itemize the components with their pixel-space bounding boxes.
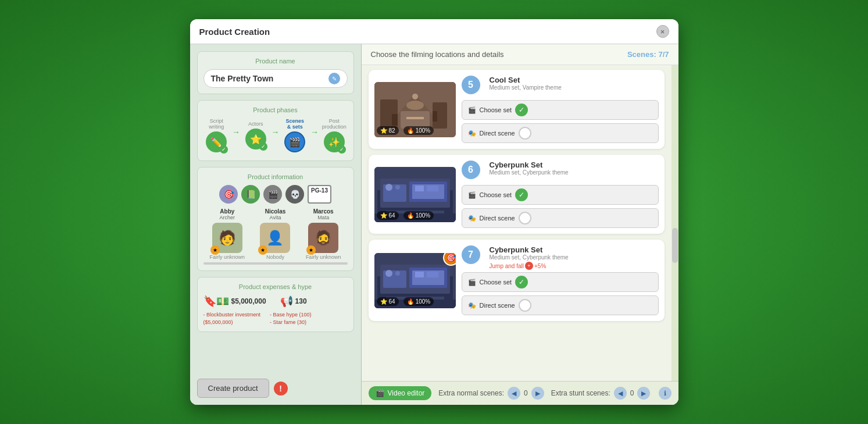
scene-5-header: 5 Cool Set Medium set, Vampire theme [462,76,659,97]
scenes-list: ⭐ 82 🔥 100% 5 Cool Set Medium set, Vampi [362,65,671,381]
scene-5-choose-btn[interactable]: 🎬 Choose set ✓ [462,100,659,120]
phase-script: Scriptwriting ✏️ ✓ [203,118,230,152]
info-icons-row: 🎯 📗 🎬 💀 PG-13 [203,185,348,204]
scene-7-direct-btn[interactable]: 🎭 Direct scene [462,295,659,315]
product-name-input[interactable]: The Pretty Town ✎ [203,69,348,88]
scene-5-name: Cool Set [490,76,562,84]
camera-icon: 🎬 [263,185,282,204]
scene-6-choose-btn[interactable]: 🎬 Choose set ✓ [462,185,659,205]
actor-marcos-avatar: 🧔 ★ [308,223,338,253]
actor-nicolas-badge: ★ [258,245,267,255]
warning-icon: ! [274,382,288,396]
phase-actors: Actors ⭐ ✓ [242,121,269,149]
cost-group: 🔖💵 $5,000,000 [203,295,266,308]
extra-normal-next-btn[interactable]: ▶ [531,387,544,400]
direct-icon-5: 🎭 [468,130,476,137]
scene-6-stars: ⭐ 64 [377,211,399,220]
edit-icon[interactable]: ✎ [328,73,340,84]
product-info-section: Product information 🎯 📗 🎬 💀 PG-13 Abby A… [197,167,354,271]
left-panel: Product name The Pretty Town ✎ Product p… [190,44,362,405]
actor-card-nicolas: Nicolas Avita 👤 ★ Nobody [253,208,297,260]
svg-rect-6 [406,117,424,119]
scene-5-desc: Medium set, Vampire theme [490,84,562,91]
scene-6-stats: ⭐ 64 🔥 100% [377,211,434,220]
phase-actors-label: Actors [248,121,263,127]
scene-6-choose-toggle[interactable]: ✓ [515,188,528,201]
extra-normal-label: Extra normal scenes: [438,389,504,397]
scene-7-actions: 🎬 Choose set ✓ 🎭 Direct scene [462,272,659,315]
actor-marcos-fame: Fairly unknown [306,254,341,260]
scenes-scrollbar-track[interactable] [671,65,678,381]
skull-icon: 💀 [285,185,304,204]
svg-rect-17 [427,186,438,191]
phases-row: Scriptwriting ✏️ ✓ → Actors ⭐ ✓ [203,118,348,152]
phase-scenes: Scenes& sets 🎬 [282,118,309,152]
scene-5-choose-label: Choose set [480,106,512,113]
expenses-row: 🔖💵 $5,000,000 📢 130 [203,295,348,308]
extra-normal-prev-btn[interactable]: ◀ [508,387,520,400]
scene-5-stats: ⭐ 82 🔥 100% [377,126,434,135]
scene-7-desc: Medium set, Cyberpunk theme [490,254,569,261]
scene-6-title-group: Cyberpunk Set Medium set, Cyberpunk them… [490,161,569,177]
stunt-bonus-7: +5% [534,263,546,269]
scene-thumbnail-7: 🎯 ⭐ 64 🔥 100% [374,253,456,308]
product-name-value: The Pretty Town [211,74,274,83]
scene-7-title-group: Cyberpunk Set Medium set, Cyberpunk them… [490,245,569,270]
scene-6-percent: 🔥 100% [403,211,434,220]
extra-stunt-prev-btn[interactable]: ◀ [614,387,627,400]
svg-point-31 [385,270,392,277]
phase-post: Postproduction ✨ ✓ [321,118,348,152]
svg-point-20 [395,185,400,190]
scene-5-title-group: Cool Set Medium set, Vampire theme [490,76,562,92]
scene-6-header: 6 Cyberpunk Set Medium set, Cyberpunk th… [462,161,659,181]
close-button[interactable]: × [656,25,669,38]
phases-section: Product phases Scriptwriting ✏️ ✓ → Acto… [197,100,354,161]
stunt-plus-icon: + [525,262,533,270]
extra-stunt-next-btn[interactable]: ▶ [637,387,650,400]
phase-scenes-circle: 🎬 [284,131,305,152]
phase-script-circle: ✏️ ✓ [206,131,227,152]
actors-scrollbar[interactable] [203,262,348,265]
video-editor-button[interactable]: 🎬 Video editor [369,386,432,400]
scene-thumbnail-5: ⭐ 82 🔥 100% [374,82,456,137]
scenes-scrollbar-thumb[interactable] [672,228,678,263]
actors-row: Abby Archer 🧑 ★ Fairly unknown Nicolas A… [203,208,348,260]
filming-title: Choose the filming locations and details [371,50,504,59]
scene-7-direct-toggle[interactable] [519,299,531,312]
scene-6-desc: Medium set, Cyberpunk theme [490,169,569,176]
scene-5-choose-toggle[interactable]: ✓ [515,104,528,116]
product-name-label: Product name [203,58,348,65]
extra-stunt-value: 0 [630,389,634,397]
video-editor-label: Video editor [388,389,425,397]
phase-scenes-label: Scenes& sets [285,118,304,130]
scene-7-choose-toggle[interactable]: ✓ [515,276,528,288]
phases-title: Product phases [203,106,348,113]
scene-7-percent: 🔥 100% [403,297,434,306]
actor-abby-badge: ★ [210,245,220,255]
scene-5-direct-toggle[interactable] [519,127,531,140]
modal-title-bar: Product Creation × [190,19,678,44]
genre2-icon: 📗 [241,185,260,204]
scenes-count: Scenes: 7/7 [627,50,669,59]
scene-6-direct-btn[interactable]: 🎭 Direct scene [462,208,659,228]
phase-script-check: ✓ [220,145,228,154]
scene-5-direct-btn[interactable]: 🎭 Direct scene [462,123,659,143]
info-button[interactable]: ℹ [659,387,671,400]
extra-normal-value: 0 [524,389,528,397]
actor-abby-avatar: 🧑 ★ [212,223,242,253]
scene-7-number: 7 [462,245,480,264]
cost-icon: 🔖💵 [203,295,229,308]
scene-6-direct-toggle[interactable] [519,212,531,225]
scene-7-info: 7 Cyberpunk Set Medium set, Cyberpunk th… [462,245,659,315]
scene-6-name: Cyberpunk Set [490,161,569,169]
right-header: Choose the filming locations and details… [362,44,678,65]
scene-6-choose-label: Choose set [480,191,512,198]
cost-value: $5,000,000 [231,297,266,305]
choose-icon-6: 🎬 [468,191,476,199]
scene-7-choose-label: Choose set [480,279,512,286]
create-product-button[interactable]: Create product [197,379,269,398]
phase-arrow-3: → [310,127,319,137]
scene-5-stars: ⭐ 82 [377,126,399,135]
scene-7-choose-btn[interactable]: 🎬 Choose set ✓ [462,272,659,292]
choose-icon-5: 🎬 [468,106,476,114]
